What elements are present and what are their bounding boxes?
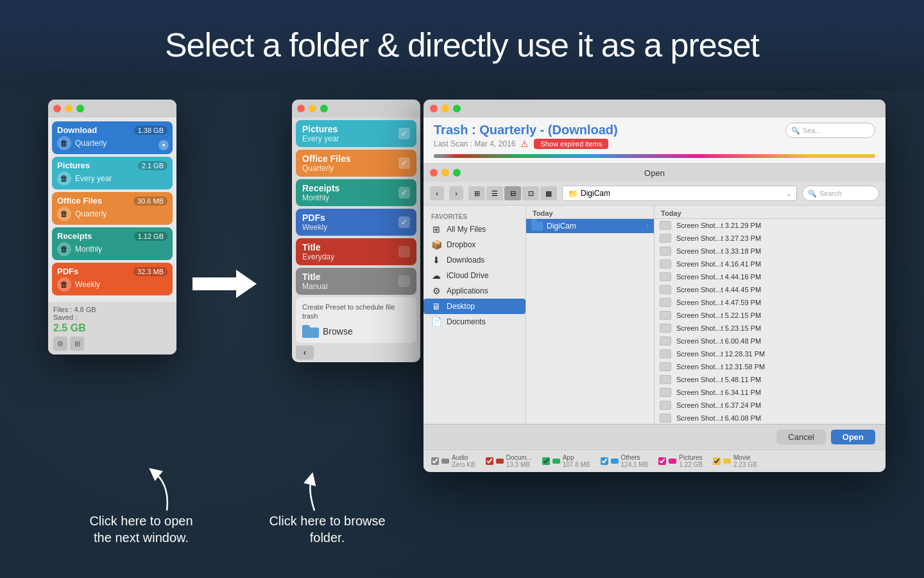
screenshot-item[interactable]: Screen Shot...t 4.44.45 PM	[654, 283, 886, 296]
screenshot-thumb	[660, 388, 671, 397]
dialog-search-box[interactable]: 🔍 Search	[802, 186, 879, 201]
w3-close-button[interactable]	[430, 105, 438, 112]
search-box[interactable]: 🔍 Sea...	[785, 123, 875, 138]
preset-list-item-pdfs[interactable]: PDFs Weekly ✓	[296, 209, 416, 236]
storage-color-dot	[611, 459, 619, 464]
column-view-button[interactable]: ⊟	[504, 186, 521, 200]
window-2-titlebar	[292, 100, 420, 118]
dialog-close[interactable]	[430, 169, 438, 177]
sidebar-item-dropbox[interactable]: 📦 Dropbox	[424, 237, 526, 252]
preset-card-pictures[interactable]: Pictures 2.1 GB 🗑 Every year	[52, 157, 173, 189]
storage-label: Docum...	[506, 454, 532, 461]
storage-label: Audio	[452, 454, 475, 461]
settings-button[interactable]: ⚙	[53, 337, 67, 351]
storage-preview-bar	[434, 154, 875, 158]
preset-list-item-pictures[interactable]: Pictures Every year ✓	[296, 120, 416, 147]
files-column: Today DigiCam ›	[526, 206, 654, 424]
screenshot-name: Screen Shot...t 4.44.45 PM	[676, 286, 761, 293]
screenshot-item[interactable]: Screen Shot...t 3.33.18 PM	[654, 245, 886, 258]
dialog-minimize[interactable]	[441, 169, 449, 177]
storage-label: Movie	[733, 454, 757, 461]
w2-maximize-button[interactable]	[320, 105, 328, 112]
preset-card-pdfs[interactable]: PDFs 32.3 MB 🗑 Weekly	[52, 263, 173, 295]
screenshot-item[interactable]: Screen Shot...t 4.44.16 PM	[654, 270, 886, 283]
w3-titlebar	[424, 100, 886, 118]
w3-maximize-button[interactable]	[453, 105, 461, 112]
screenshot-name: Screen Shot...t 6.40.08 PM	[676, 414, 761, 422]
back-button[interactable]: ‹	[296, 346, 314, 360]
screenshot-item[interactable]: Screen Shot...t 6.37.24 PM	[654, 399, 886, 412]
minimize-button[interactable]	[65, 105, 73, 112]
storage-checkbox[interactable]	[431, 457, 439, 465]
screenshot-item[interactable]: Screen Shot...t 6.40.08 PM	[654, 412, 886, 424]
browse-button[interactable]: Browse	[302, 325, 410, 338]
screenshot-name: Screen Shot...t 4.47.59 PM	[676, 299, 761, 306]
cancel-button[interactable]: Cancel	[776, 430, 825, 444]
storage-item-app: App 107.8 MB	[542, 454, 590, 468]
preset-card-download[interactable]: Download 1.38 GB 🗑 Quarterly ▾	[52, 121, 173, 154]
screenshot-thumb	[660, 401, 671, 410]
list-view-button[interactable]: ☰	[486, 186, 503, 200]
preset-list-item-title[interactable]: Title Manual	[296, 268, 416, 295]
digicam-folder[interactable]: DigiCam ›	[526, 219, 654, 233]
preset-list-item-office files[interactable]: Office Files Quarterly ✓	[296, 150, 416, 177]
screenshot-thumb	[660, 272, 671, 281]
forward-nav-button[interactable]: ›	[449, 186, 463, 200]
screenshot-name: Screen Shot...t 6.00.48 PM	[676, 337, 761, 345]
screenshot-item[interactable]: Screen Shot...t 6.34.11 PM	[654, 386, 886, 399]
sidebar-item-icloud-drive[interactable]: ☁ iCloud Drive	[424, 268, 526, 283]
sidebar-item-applications[interactable]: ⚙ Applications	[424, 283, 526, 299]
location-chevron-icon: ⌄	[786, 190, 791, 197]
location-bar[interactable]: 📁 DigiCam ⌄	[562, 186, 797, 201]
gallery-view-button[interactable]: ▦	[540, 186, 557, 200]
screenshot-name: Screen Shot...t 4.16.41 PM	[676, 260, 761, 268]
search-icon: 🔍	[791, 127, 800, 135]
screenshot-name: Screen Shot...t 6.34.11 PM	[676, 389, 761, 396]
preset-card-office-files[interactable]: Office Files 30.6 MB 🗑 Quarterly	[52, 192, 173, 225]
screenshot-item[interactable]: Screen Shot...t 4.16.41 PM	[654, 258, 886, 270]
w3-minimize-button[interactable]	[441, 105, 449, 112]
check-empty	[398, 246, 410, 258]
storage-checkbox[interactable]	[601, 457, 608, 465]
preset-cards-container: Download 1.38 GB 🗑 Quarterly ▾ Pictures …	[48, 118, 176, 302]
open-button[interactable]: Open	[831, 430, 875, 444]
storage-checkbox[interactable]	[486, 457, 493, 465]
screenshot-item[interactable]: Screen Shot...t 12.31.58 PM	[654, 360, 886, 373]
screenshot-item[interactable]: Screen Shot...t 6.00.48 PM	[654, 335, 886, 347]
screenshot-item[interactable]: Screen Shot...t 5.22.15 PM	[654, 309, 886, 322]
screenshot-item[interactable]: Screen Shot...t 3.27.23 PM	[654, 232, 886, 245]
cover-view-button[interactable]: ⊡	[522, 186, 539, 200]
preset-list-item-title[interactable]: Title Everyday	[296, 238, 416, 265]
screenshot-item[interactable]: Screen Shot...t 5.23.15 PM	[654, 322, 886, 335]
screenshot-item[interactable]: Screen Shot...t 4.47.59 PM	[654, 296, 886, 309]
screenshot-item[interactable]: Screen Shot...t 12.28.31 PM	[654, 347, 886, 360]
show-expired-button[interactable]: Show expired items	[534, 139, 608, 149]
screenshot-thumb	[660, 234, 671, 243]
trash-icon: 🗑	[57, 242, 71, 256]
w2-close-button[interactable]	[297, 105, 305, 112]
storage-checkbox[interactable]	[658, 457, 666, 465]
back-nav-button[interactable]: ‹	[430, 186, 444, 200]
icon-view-button[interactable]: ⊞	[468, 186, 485, 200]
folder-icon	[302, 325, 319, 338]
screenshot-item[interactable]: Screen Shot...t 5.48.11 PM	[654, 373, 886, 386]
storage-checkbox[interactable]	[542, 457, 550, 465]
storage-checkbox[interactable]	[713, 457, 721, 465]
preset-info: Title Manual	[302, 272, 327, 291]
view-buttons: ⊞ ☰ ⊟ ⊡ ▦	[468, 186, 557, 200]
sidebar-item-documents[interactable]: 📄 Documents	[424, 314, 526, 329]
sidebar-item-downloads[interactable]: ⬇ Downloads	[424, 252, 526, 268]
current-location: DigiCam	[581, 189, 610, 198]
sidebar-item-all-my-files[interactable]: ⊞ All My Files	[424, 222, 526, 237]
preset-list-item-receipts[interactable]: Receipts Monthly ✓	[296, 179, 416, 206]
saved-value: 2.5 GB	[53, 322, 171, 334]
screenshot-item[interactable]: Screen Shot...t 3.21.29 PM	[654, 219, 886, 232]
grid-button[interactable]: ⊞	[70, 337, 84, 351]
preset-card-receipts[interactable]: Receipts 1.12 GB 🗑 Monthly	[52, 227, 173, 260]
check-icon: ✓	[398, 128, 410, 139]
sidebar-item-desktop[interactable]: 🖥 Desktop	[424, 299, 526, 314]
dialog-maximize[interactable]	[453, 169, 461, 177]
close-button[interactable]	[53, 105, 61, 112]
maximize-button[interactable]	[76, 105, 84, 112]
w2-minimize-button[interactable]	[309, 105, 316, 112]
